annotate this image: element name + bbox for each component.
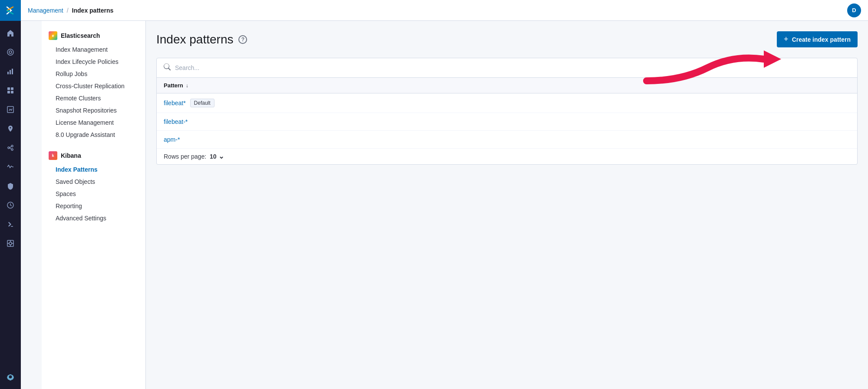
default-badge: Default: [190, 99, 215, 107]
elasticsearch-label: Elasticsearch: [61, 32, 100, 39]
sidebar-item-snapshot-repositories[interactable]: Snapshot Repositories: [42, 104, 145, 116]
stack-monitoring-icon[interactable]: [2, 235, 19, 252]
sidebar-item-reporting[interactable]: Reporting: [42, 200, 145, 212]
create-btn-icon: +: [784, 35, 789, 44]
help-icon[interactable]: ?: [238, 35, 247, 44]
apm-icon[interactable]: [2, 158, 19, 176]
sidebar: e Elasticsearch Index Management Index L…: [42, 21, 146, 389]
sidebar-item-remote-clusters[interactable]: Remote Clusters: [42, 92, 145, 104]
create-index-pattern-button[interactable]: + Create index pattern: [777, 31, 858, 47]
pattern-link-filebeat-dash[interactable]: filebeat-*: [164, 118, 188, 125]
sidebar-item-index-lifecycle-policies[interactable]: Index Lifecycle Policies: [42, 56, 145, 68]
rows-per-page-label: Rows per page:: [164, 153, 206, 160]
sidebar-item-rollup-jobs[interactable]: Rollup Jobs: [42, 68, 145, 80]
index-patterns-card: Pattern ↓ filebeat* Default filebeat-* a…: [156, 58, 858, 165]
breadcrumb-current: Index patterns: [72, 7, 114, 14]
sidebar-item-license-management[interactable]: License Management: [42, 116, 145, 129]
uptime-icon[interactable]: [2, 196, 19, 214]
pattern-link-apm[interactable]: apm-*: [164, 136, 180, 143]
svg-rect-6: [11, 87, 13, 90]
help-icon-label: ?: [241, 37, 244, 43]
discover-icon[interactable]: [2, 43, 19, 61]
top-bar-right: D: [847, 3, 861, 17]
content-area: Index patterns ? + Create index pattern: [146, 21, 868, 389]
sidebar-item-index-patterns[interactable]: Index Patterns: [42, 163, 145, 176]
page-title-row: Index patterns ?: [156, 33, 247, 47]
svg-point-11: [11, 145, 13, 147]
user-initials: D: [852, 7, 856, 13]
svg-point-12: [11, 149, 13, 150]
siem-icon[interactable]: [2, 177, 19, 195]
nav-icon-bottom: [2, 368, 19, 389]
sidebar-item-saved-objects[interactable]: Saved Objects: [42, 176, 145, 188]
column-pattern-header[interactable]: Pattern ↓: [164, 82, 850, 89]
table-row[interactable]: filebeat-*: [157, 113, 857, 131]
svg-point-1: [9, 51, 12, 53]
page-header: Index patterns ? + Create index pattern: [156, 31, 858, 47]
dev-tools-icon[interactable]: [2, 216, 19, 233]
svg-rect-5: [7, 87, 10, 90]
kibana-section-title: k Kibana: [42, 148, 145, 163]
page-title: Index patterns: [156, 33, 233, 47]
visualize-icon[interactable]: [2, 63, 19, 80]
breadcrumb-parent[interactable]: Management: [28, 7, 63, 14]
elasticsearch-section-title: e Elasticsearch: [42, 28, 145, 43]
pattern-link-filebeat-star[interactable]: filebeat*: [164, 100, 186, 106]
sidebar-item-advanced-settings[interactable]: Advanced Settings: [42, 212, 145, 224]
user-avatar[interactable]: D: [847, 3, 861, 17]
create-btn-label: Create index pattern: [792, 36, 851, 43]
sort-arrow-icon: ↓: [186, 83, 188, 89]
kibana-label: Kibana: [61, 152, 81, 159]
main-layout: e Elasticsearch Index Management Index L…: [42, 21, 868, 389]
chevron-down-icon: ⌄: [218, 153, 224, 160]
table-header: Pattern ↓: [157, 78, 857, 93]
svg-line-14: [10, 148, 11, 149]
sidebar-item-upgrade-assistant[interactable]: 8.0 Upgrade Assistant: [42, 129, 145, 141]
kibana-logo-svg: [5, 5, 16, 16]
sidebar-item-cross-cluster-replication[interactable]: Cross-Cluster Replication: [42, 80, 145, 92]
breadcrumb: Management / Index patterns: [28, 7, 113, 14]
ml-icon[interactable]: [2, 139, 19, 156]
svg-point-17: [9, 242, 12, 245]
search-icon: [164, 63, 171, 72]
search-bar: [157, 58, 857, 78]
svg-rect-7: [7, 91, 10, 93]
sidebar-item-spaces[interactable]: Spaces: [42, 188, 145, 200]
sidebar-item-index-management[interactable]: Index Management: [42, 43, 145, 56]
home-icon[interactable]: [2, 24, 19, 42]
kibana-section-logo: k: [49, 151, 57, 160]
rows-per-page-select[interactable]: 10 ⌄: [210, 153, 224, 160]
dashboard-icon[interactable]: [2, 82, 19, 99]
table-footer: Rows per page: 10 ⌄: [157, 149, 857, 164]
icon-navigation: [0, 0, 21, 389]
search-input[interactable]: [175, 64, 850, 71]
svg-rect-8: [11, 91, 13, 93]
canvas-icon[interactable]: [2, 101, 19, 118]
svg-rect-2: [7, 72, 9, 74]
breadcrumb-separator: /: [67, 7, 69, 14]
top-bar: Management / Index patterns D: [21, 0, 868, 21]
nav-icon-list: [2, 21, 19, 368]
svg-point-0: [7, 49, 13, 55]
svg-rect-4: [12, 69, 13, 74]
maps-icon[interactable]: [2, 120, 19, 137]
table-row[interactable]: apm-*: [157, 131, 857, 149]
management-icon[interactable]: [2, 368, 19, 386]
elasticsearch-logo: e: [49, 31, 57, 40]
column-pattern-label: Pattern: [164, 82, 183, 89]
table-row[interactable]: filebeat* Default: [157, 93, 857, 113]
kibana-logo[interactable]: [0, 0, 21, 21]
svg-point-10: [8, 147, 10, 149]
svg-rect-3: [10, 70, 11, 74]
rows-per-page-value: 10: [210, 153, 217, 160]
